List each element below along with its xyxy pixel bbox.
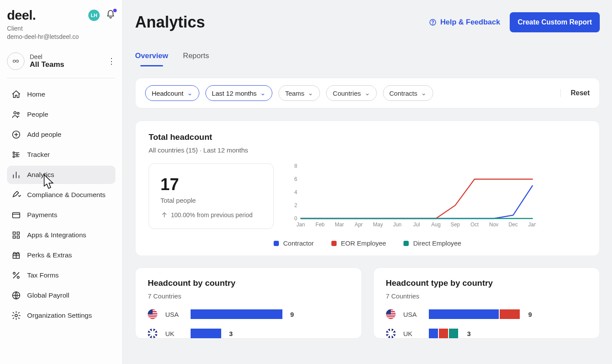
help-label: Help & Feedback	[440, 18, 500, 27]
tab-overview[interactable]: Overview	[135, 52, 168, 66]
org-name: Deel	[30, 53, 64, 60]
svg-point-13	[17, 276, 19, 278]
chevron-down-icon: ⌄	[260, 89, 266, 97]
infinity-icon	[12, 57, 20, 65]
notification-dot-icon	[113, 9, 117, 12]
nav-tax-forms[interactable]: Tax Forms	[7, 266, 115, 284]
nav-label: Apps & Integrations	[27, 231, 86, 239]
notifications-button[interactable]	[106, 10, 115, 21]
people-icon	[11, 110, 21, 119]
svg-text:Jul: Jul	[413, 222, 420, 228]
nav-apps[interactable]: Apps & Integrations	[7, 226, 115, 244]
chevron-down-icon: ⌄	[187, 89, 193, 97]
svg-point-15	[15, 314, 17, 317]
filter-label: Headcount	[152, 90, 184, 97]
svg-point-5	[16, 154, 18, 156]
nav-label: Compliance & Documents	[27, 191, 105, 199]
client-email: demo-deel-hr@letsdeel.co	[7, 33, 115, 41]
bar-chart-icon	[11, 170, 21, 180]
country-row-usa: USA 9	[148, 309, 349, 319]
svg-text:Jan: Jan	[296, 222, 305, 228]
plus-circle-icon	[11, 130, 21, 139]
filter-label: Teams	[285, 90, 304, 97]
svg-text:Jan: Jan	[528, 222, 536, 228]
create-report-button[interactable]: Create Custom Report	[510, 12, 600, 32]
filter-teams[interactable]: Teams ⌄	[278, 85, 320, 101]
svg-rect-7	[13, 232, 16, 234]
nav-label: Add people	[27, 131, 61, 139]
nav-global-payroll[interactable]: Global Payroll	[7, 286, 115, 305]
tab-reports[interactable]: Reports	[183, 52, 209, 66]
svg-text:Mar: Mar	[335, 222, 344, 228]
filter-label: Contracts	[389, 90, 417, 97]
total-headcount-card: Total headcount All countries (15) · Las…	[135, 121, 600, 256]
svg-point-4	[13, 156, 15, 158]
country-label: UK	[403, 330, 421, 337]
legend-swatch-icon	[403, 241, 409, 246]
filter-contracts[interactable]: Contracts ⌄	[383, 85, 433, 101]
org-badge[interactable]	[7, 52, 24, 70]
nav-people[interactable]: People	[7, 105, 115, 124]
card-title: Total headcount	[149, 132, 586, 142]
svg-text:Dec: Dec	[508, 222, 518, 228]
nav-label: Tracker	[27, 151, 50, 159]
svg-text:0: 0	[294, 215, 297, 222]
tracker-icon	[11, 150, 21, 159]
country-label: USA	[165, 311, 183, 318]
svg-rect-10	[17, 236, 20, 239]
filter-headcount[interactable]: Headcount ⌄	[145, 85, 199, 101]
user-avatar[interactable]: LH	[88, 10, 100, 21]
sidebar: deel. LH Client demo-deel-hr@letsdeel.co…	[0, 0, 123, 364]
org-menu-button[interactable]: ⋮	[108, 56, 115, 66]
bar-value: 9	[529, 311, 532, 318]
brand-logo: deel.	[7, 8, 36, 23]
globe-icon	[11, 291, 21, 300]
nav-label: Organization Settings	[27, 312, 92, 319]
bar-segment	[191, 329, 221, 338]
gear-icon	[11, 311, 21, 320]
svg-text:May: May	[373, 222, 383, 228]
help-circle-icon	[429, 18, 437, 26]
bar-segment-direct	[449, 329, 458, 338]
chevron-down-icon: ⌄	[421, 89, 427, 97]
svg-rect-9	[13, 236, 16, 239]
flag-usa-icon	[148, 309, 157, 319]
percent-icon	[11, 270, 21, 280]
reset-filters-button[interactable]: Reset	[560, 89, 590, 97]
svg-text:6: 6	[294, 176, 297, 182]
nav-analytics[interactable]: Analytics	[7, 166, 115, 184]
svg-text:Feb: Feb	[316, 222, 325, 228]
help-link[interactable]: Help & Feedback	[429, 18, 500, 27]
bar-value: 9	[290, 311, 294, 318]
nav-org-settings[interactable]: Organization Settings	[7, 306, 115, 325]
nav-label: Analytics	[27, 171, 54, 179]
card-title: Headcount by country	[148, 278, 349, 288]
arrow-up-icon	[160, 211, 168, 219]
svg-rect-6	[13, 212, 20, 218]
svg-point-17	[433, 24, 433, 24]
nav-home[interactable]: Home	[7, 85, 115, 104]
gift-icon	[11, 250, 21, 260]
nav-tracker[interactable]: Tracker	[7, 146, 115, 164]
bar-value: 3	[229, 330, 233, 337]
nav-add-people[interactable]: Add people	[7, 125, 115, 144]
svg-text:Aug: Aug	[431, 222, 440, 228]
card-title: Headcount type by country	[386, 278, 588, 288]
country-row-uk: UK 3	[386, 329, 588, 338]
nav-compliance[interactable]: Compliance & Documents	[7, 186, 115, 204]
nav-payments[interactable]: Payments	[7, 206, 115, 224]
card-icon	[11, 210, 21, 220]
total-people-stat: 17 Total people 100.00% from previous pe…	[149, 163, 274, 229]
svg-point-1	[17, 112, 19, 114]
bar-segment-eor	[500, 309, 520, 319]
svg-point-3	[13, 152, 15, 153]
chart-legend: Contractor EOR Employee Direct Employee	[149, 239, 586, 247]
legend-swatch-icon	[274, 241, 279, 246]
svg-rect-8	[17, 232, 20, 234]
filter-countries[interactable]: Countries ⌄	[326, 85, 376, 101]
legend-direct: Direct Employee	[403, 239, 461, 247]
nav-perks[interactable]: Perks & Extras	[7, 246, 115, 264]
nav-label: People	[27, 111, 48, 118]
filter-period[interactable]: Last 12 months ⌄	[205, 85, 273, 101]
bar-value: 3	[467, 330, 471, 337]
